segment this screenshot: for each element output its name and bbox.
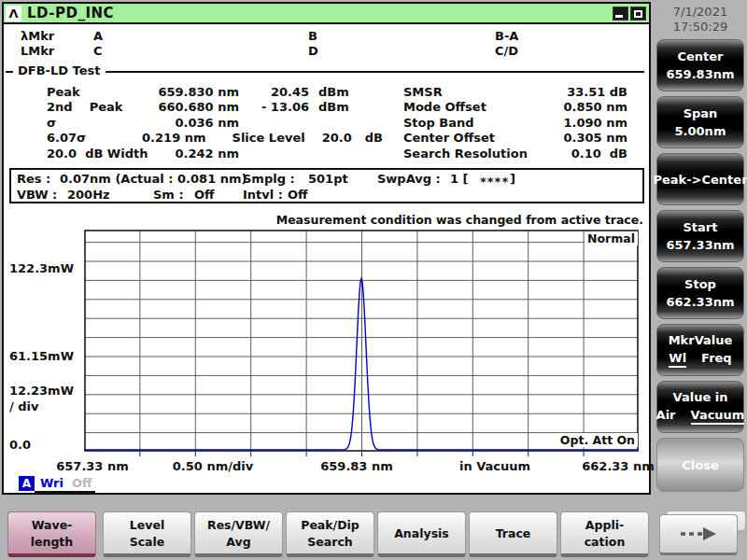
result-row-peak: Peak 659.830 nm 20.45 dBm [47, 84, 383, 100]
result-row-mode-offset: Mode Offset 0.850 nm [403, 100, 632, 116]
softkey-label: Close [682, 458, 718, 472]
menu-label: Appli- [585, 518, 624, 532]
smplg-value: 501pt [308, 172, 348, 186]
result-unit: dBm [318, 100, 374, 114]
marker-d-label: D [308, 44, 318, 58]
menu-level-scale-button[interactable]: Level Scale [103, 511, 191, 557]
menu-peak-dip-search-button[interactable]: Peak/Dip Search [286, 511, 374, 557]
vbw-label: VBW : [17, 188, 57, 202]
result-value: 33.51 dB [555, 85, 627, 99]
x-axis-center-label: 659.83 nm [320, 459, 393, 473]
marker-c-d-label: C/D [495, 44, 518, 58]
option-air[interactable]: Air [656, 408, 676, 425]
softkey-label: Stop [684, 277, 716, 291]
softkey-span[interactable]: Span 5.00nm [656, 96, 744, 148]
softkey-label: Center [677, 49, 723, 63]
swpavg-bracket: ] [510, 172, 515, 186]
option-frequency[interactable]: Freq [701, 351, 732, 368]
menu-wavelength-button[interactable]: Wave- length [7, 511, 96, 557]
result-label: 2nd Peak [47, 100, 157, 114]
result-label: 6.07σ [47, 131, 138, 145]
y-axis-label-mid: 61.15mW [9, 349, 74, 363]
softkey-value-in[interactable]: Value in Air Vacuum [656, 381, 744, 433]
softkey-center[interactable]: Center 659.83nm [656, 39, 744, 91]
date-display: 7/1/2021 [654, 5, 747, 20]
result-row-2nd-peak: 2nd Peak 660.680 nm - 13.06 dBm [47, 100, 383, 116]
result-unit: dBm [318, 85, 374, 99]
menu-application-button[interactable]: Appli- cation [560, 511, 649, 557]
swpavg-stars: **** [480, 175, 509, 189]
result-row-6sigma: 6.07σ 0.219 nm Slice Level 20.0 dB [47, 131, 383, 147]
softkey-label: Peak->Center [653, 173, 747, 187]
minimize-button[interactable] [613, 7, 628, 21]
softkey-label: MkrValue [669, 333, 733, 347]
menu-label: cation [585, 535, 626, 549]
menu-label: Search [307, 535, 352, 549]
softkey-panel: 7/1/2021 17:50:29 Center 659.83nm Span 5… [654, 0, 747, 560]
x-axis-div-label: 0.50 nm/div [173, 459, 253, 473]
result-label: SMSR [403, 85, 555, 99]
result-level: - 13.06 [239, 100, 309, 114]
swpavg-label: SwpAvg : [377, 172, 441, 186]
menu-res-vbw-avg-button[interactable]: Res/VBW/ Avg [194, 511, 283, 557]
maximize-button[interactable] [630, 7, 646, 21]
result-wavelength: 0.242 nm [157, 147, 239, 161]
result-label: Mode Offset [403, 100, 555, 114]
slice-level-value: 20.0 [322, 131, 352, 145]
sweep-settings-box: Res : 0.07nm (Actual : 0.081 nm) Smplg :… [9, 168, 644, 203]
softkey-peak-to-center[interactable]: Peak->Center [656, 153, 744, 205]
trace-letter-badge: A [19, 476, 35, 491]
slice-level-label: Slice Level [233, 131, 305, 145]
x-axis-start-label: 657.33 nm [56, 459, 129, 473]
option-vacuum[interactable]: Vacuum [691, 408, 745, 425]
result-value: 1.090 nm [555, 116, 627, 130]
menu-trace-button[interactable]: Trace [469, 511, 557, 557]
intvl-value: Off [288, 188, 308, 202]
vbw-value: 200Hz [67, 188, 110, 202]
smplg-label: Smplg : [243, 172, 295, 186]
result-row-search-resolution: Search Resolution 0.10 dB [403, 146, 632, 161]
active-trace-indicator[interactable]: A Wri Off [19, 476, 95, 493]
menu-analysis-button[interactable]: Analysis [377, 511, 466, 557]
titlebar: Λ LD-PD_INC [4, 4, 649, 24]
result-value: 0.10 dB [555, 147, 627, 161]
result-level: 20.45 [239, 85, 309, 99]
x-axis-stop-label: 662.33 nm [582, 459, 655, 473]
trace-mode-badge: Normal [585, 231, 638, 245]
softkey-marker-value[interactable]: MkrValue Wl Freq [656, 324, 744, 376]
option-wavelength[interactable]: Wl [669, 351, 686, 368]
result-label: Peak [47, 85, 157, 99]
softkey-close[interactable]: Close [656, 438, 744, 492]
menu-label: Analysis [394, 526, 449, 540]
maximize-icon [634, 10, 642, 18]
menu-label: Res/VBW/ [207, 518, 270, 532]
minimize-icon [615, 15, 623, 18]
y-axis-label-div2: / div [9, 399, 39, 413]
softkey-stop[interactable]: Stop 662.33nm [656, 267, 744, 319]
marker-b-label: B [308, 29, 317, 43]
result-wavelength: 659.830 nm [157, 85, 239, 99]
sm-label: Sm : [153, 188, 184, 202]
clock: 7/1/2021 17:50:29 [654, 5, 747, 35]
menu-label: Level [130, 518, 164, 532]
result-value: 0.305 nm [555, 131, 627, 145]
marker-c-label: C [93, 44, 103, 58]
result-row-sigma: σ 0.036 nm [47, 115, 383, 131]
res-label: Res : [17, 172, 50, 186]
result-row-center-offset: Center Offset 0.305 nm [403, 131, 632, 147]
result-row-20db-width: 20.0 dB Width 0.242 nm [47, 146, 383, 161]
menu-more-button[interactable] [659, 514, 738, 555]
y-axis-label-max: 122.3mW [9, 261, 74, 275]
swpavg-value: 1 [ [450, 172, 469, 186]
softkey-value: 5.00nm [675, 124, 726, 138]
y-axis-label-zero: 0.0 [9, 438, 31, 452]
level-marker-label: LMkr [21, 44, 54, 58]
marker-a-label: A [93, 29, 103, 43]
res-value: 0.07nm (Actual : 0.081 nm) [60, 172, 247, 186]
app-logo-icon: Λ [6, 6, 21, 21]
trace-off-label: Off [72, 476, 92, 490]
result-label: 20.0 dB Width [47, 147, 157, 161]
result-label: Search Resolution [403, 147, 555, 161]
softkey-start[interactable]: Start 657.33nm [656, 210, 744, 262]
marker-b-a-label: B-A [495, 29, 518, 43]
